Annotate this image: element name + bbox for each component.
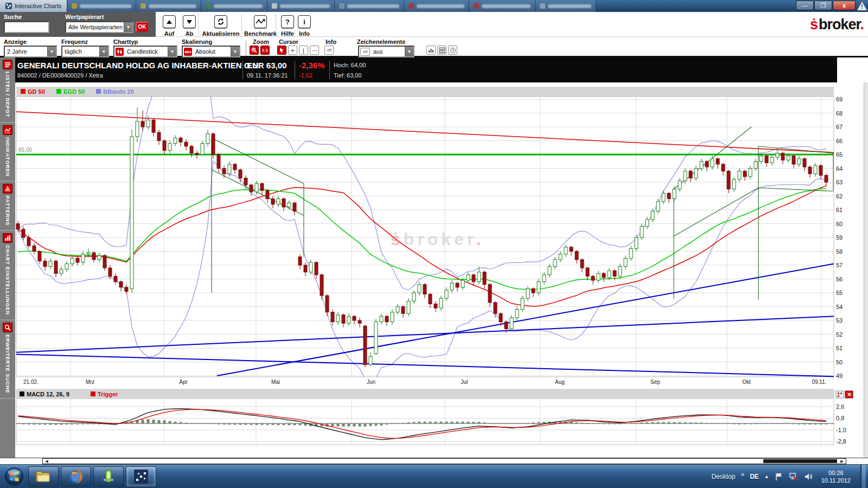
- charttyp-label: Charttyp: [113, 38, 138, 45]
- browser-tab[interactable]: [267, 0, 335, 12]
- skalierung-select[interactable]: abs Absolut▼: [182, 46, 240, 57]
- browser-tab[interactable]: [335, 0, 404, 12]
- benchmark-button[interactable]: [254, 15, 267, 28]
- svg-text:Apr: Apr: [179, 379, 188, 385]
- svg-text:-1,0: -1,0: [836, 427, 846, 433]
- anzeige-select[interactable]: 2 Jahre▼: [4, 46, 57, 57]
- search-panel: Suche Wertpapierart Alle Wertpapierarten…: [0, 12, 156, 37]
- hilfe-button[interactable]: ?: [281, 15, 294, 28]
- ok-button[interactable]: OK: [136, 22, 149, 33]
- phone-app-button[interactable]: [93, 466, 124, 487]
- legend-item: GD 50: [28, 88, 45, 95]
- cursor-label: Cursor: [279, 38, 298, 45]
- splits-icon[interactable]: S: [448, 46, 457, 55]
- svg-text:Aug: Aug: [555, 379, 565, 385]
- instrument-name: GENERALI DEUTSCHLAND HOLDG AG INHABER-AK…: [17, 61, 261, 70]
- separator: [198, 14, 199, 35]
- svg-text:Jul: Jul: [461, 379, 468, 385]
- zoom-in-icon[interactable]: [250, 46, 259, 55]
- svg-text:64: 64: [836, 165, 843, 172]
- show-desktop-button[interactable]: [860, 465, 866, 488]
- cursor-vline-button[interactable]: |: [299, 46, 308, 55]
- action-center-flag-icon[interactable]: [775, 472, 783, 481]
- clock[interactable]: 00:26 10.11.2012: [821, 469, 851, 484]
- network-error-icon[interactable]: ✕: [789, 472, 799, 481]
- price-and-macd-chart[interactable]: GD 50EGD 50BBands 20ṡbroker.65,004950515…: [15, 82, 868, 458]
- scroll-left-icon[interactable]: ◀: [43, 459, 50, 463]
- scrollbar-thumb[interactable]: [763, 459, 837, 463]
- window-titlebar: Interactive Charts — ❐ x !: [0, 0, 868, 12]
- sidebar-item-patterns[interactable]: PATTERNS: [0, 182, 15, 231]
- cursor-hline-button[interactable]: —: [310, 46, 319, 55]
- windows-taskbar: Desktop » DE ▲ ✕ 00:26 10.11.2012: [0, 465, 868, 488]
- list-depot-icon: [3, 60, 12, 69]
- sidebar-item-label: INDIKATOREN: [5, 137, 10, 181]
- svg-text:✕: ✕: [847, 391, 852, 397]
- language-indicator[interactable]: DE: [750, 473, 759, 480]
- sidebar-item-erweiterte-suche[interactable]: ERWEITERTE SUCHE: [0, 320, 15, 399]
- macd-settings-button[interactable]: [836, 391, 844, 398]
- file-explorer-button[interactable]: [28, 466, 59, 487]
- browser-tab[interactable]: [136, 0, 201, 12]
- firefox-button[interactable]: [61, 466, 91, 487]
- chart-app-icon: [133, 469, 149, 484]
- charttyp-select[interactable]: Candlestick▼: [113, 46, 177, 57]
- sidebar-item-label: LISTEN / DEPOT: [5, 72, 10, 122]
- volume-icon[interactable]: [804, 472, 814, 481]
- zeichenelemente-select[interactable]: off aus▼: [358, 46, 414, 57]
- svg-text:21.02.: 21.02.: [23, 379, 39, 385]
- macd-close-button[interactable]: ✕: [845, 391, 853, 398]
- svg-text:0,8: 0,8: [836, 415, 844, 421]
- browser-tab[interactable]: [469, 0, 535, 12]
- browser-tab[interactable]: [404, 0, 469, 12]
- sidebar-item-listen-depot[interactable]: LISTEN / DEPOT: [0, 57, 15, 123]
- ab-button[interactable]: [183, 15, 196, 28]
- zoom-1-1-button[interactable]: 1:1: [260, 46, 270, 55]
- chart-app-button-active[interactable]: [126, 466, 156, 487]
- sidebar-item-chart-einstellungen[interactable]: CHART EINSTELLUNGEN: [0, 231, 15, 320]
- search-input[interactable]: [4, 21, 49, 33]
- change-percent: -2,36%: [299, 61, 325, 70]
- aktualisieren-button[interactable]: [214, 15, 227, 28]
- svg-text:Okt: Okt: [742, 379, 751, 385]
- macd-legend-item: MACD 12, 26, 9: [27, 391, 69, 397]
- restore-button[interactable]: ❐: [814, 1, 832, 10]
- chevron-down-icon[interactable]: ▼: [124, 22, 132, 32]
- svg-text:65: 65: [836, 151, 843, 158]
- legend-item: BBands 20: [103, 88, 134, 95]
- auf-button[interactable]: [163, 15, 176, 28]
- desktop-toolbar-label[interactable]: Desktop: [711, 473, 735, 480]
- svg-text:62: 62: [836, 193, 843, 200]
- sidebar-item-indikatoren[interactable]: INDIKATOREN: [0, 123, 15, 182]
- zoom-label: Zoom: [253, 38, 269, 45]
- active-window-tab[interactable]: Interactive Charts: [0, 0, 67, 12]
- browser-tab[interactable]: [201, 0, 267, 12]
- browser-tab[interactable]: [67, 0, 136, 12]
- svg-text:✕: ✕: [793, 475, 798, 481]
- benchmark-button-label: Benchmark: [244, 30, 277, 37]
- minimize-button[interactable]: —: [796, 1, 814, 10]
- news-icon[interactable]: NE: [437, 46, 446, 55]
- price-legend-strip: [16, 87, 834, 97]
- start-button[interactable]: [1, 466, 27, 487]
- sbroker-logo: ṡbroker.: [810, 16, 864, 33]
- wertpapierart-select[interactable]: Alle Wertpapierarten ▼: [65, 21, 133, 33]
- hidden-icons-chevron[interactable]: ▲: [764, 474, 769, 479]
- vertical-scrollbar[interactable]: [864, 82, 868, 458]
- scroll-right-icon[interactable]: ▶: [839, 459, 845, 463]
- info-off-button[interactable]: off: [324, 46, 334, 55]
- horizontal-scrollbar[interactable]: ◀ ▶: [42, 458, 846, 464]
- close-button[interactable]: x: [833, 1, 856, 10]
- advanced-search-icon: [3, 323, 12, 332]
- auf-button-label: Auf: [164, 30, 174, 37]
- frequenz-select[interactable]: täglich▼: [61, 46, 109, 57]
- cursor-cross-button[interactable]: +: [288, 46, 297, 55]
- svg-text:Mai: Mai: [271, 379, 280, 385]
- browser-tab[interactable]: [535, 0, 596, 12]
- info-button[interactable]: i: [298, 15, 311, 28]
- window-controls: — ❐ x !: [795, 0, 868, 12]
- toolbar-chevron[interactable]: »: [741, 471, 744, 478]
- cursor-arrow-icon[interactable]: [277, 46, 286, 55]
- svg-text:54: 54: [836, 304, 843, 310]
- volume-bars-icon[interactable]: [426, 46, 436, 55]
